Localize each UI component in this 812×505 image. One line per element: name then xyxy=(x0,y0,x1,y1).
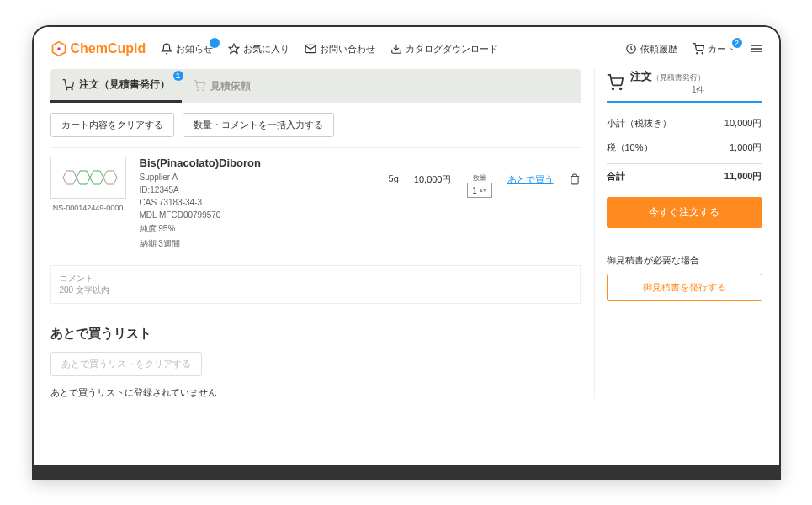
tab-order[interactable]: 注文（見積書発行） 1 xyxy=(50,69,182,103)
product-supplier: Supplier A xyxy=(140,173,375,182)
product-purity: 純度 95% xyxy=(140,223,375,235)
bell-icon xyxy=(161,43,172,55)
nav-contact-label: お問い合わせ xyxy=(320,43,375,56)
qty-stepper[interactable]: 1 ▴▾ xyxy=(467,183,492,198)
clear-later-button[interactable]: あとで買うリストをクリアする xyxy=(50,352,202,376)
svg-marker-11 xyxy=(63,171,77,184)
product-size: 5g xyxy=(389,173,399,183)
svg-point-15 xyxy=(612,88,613,90)
header: ChemCupid お知らせ お気に入り お問い合わせ カタログダウンロード 依… xyxy=(50,40,762,69)
cart-badge: 2 xyxy=(732,38,742,48)
product-cas: CAS 73183-34-3 xyxy=(140,198,375,207)
product-row: NS-000142449-0000 Bis(Pinacolato)Diboron… xyxy=(50,147,581,258)
nav-news[interactable]: お知らせ xyxy=(161,43,213,56)
summary-title: 注文 xyxy=(630,70,652,82)
svg-marker-2 xyxy=(229,44,239,53)
history-icon xyxy=(625,43,637,55)
summary-count: 1件 xyxy=(630,84,705,96)
tabs: 注文（見積書発行） 1 見積依頼 xyxy=(50,69,581,103)
tab-quote-label: 見積依頼 xyxy=(210,79,251,93)
news-badge xyxy=(210,38,220,48)
logo-text: ChemCupid xyxy=(71,41,146,56)
tab-order-label: 注文（見積書発行） xyxy=(79,77,170,92)
subtotal-label: 小計（税抜き） xyxy=(607,117,671,130)
menu-icon[interactable] xyxy=(751,45,762,53)
subtotal-row: 小計（税抜き） 10,000円 xyxy=(607,111,762,136)
svg-marker-14 xyxy=(103,171,117,184)
nav-favorites[interactable]: お気に入り xyxy=(228,43,289,56)
svg-point-10 xyxy=(203,90,204,91)
nav-cart[interactable]: カート 2 xyxy=(693,43,735,56)
product-price: 10,000円 xyxy=(414,173,452,186)
svg-point-1 xyxy=(57,47,60,50)
quote-note: 御見積書が必要な場合 xyxy=(607,254,762,267)
order-now-button[interactable]: 今すぐ注文する xyxy=(607,197,762,228)
comment-label: コメント xyxy=(60,273,571,284)
product-sku: NS-000142449-0000 xyxy=(53,204,124,212)
clear-cart-button[interactable]: カート内容をクリアする xyxy=(50,113,174,137)
issue-quote-button[interactable]: 御見積書を発行する xyxy=(607,274,762,301)
svg-point-9 xyxy=(197,90,198,91)
nav-history[interactable]: 依頼履歴 xyxy=(625,43,677,56)
later-section: あとで買うリスト あとで買うリストをクリアする あとで買うリストに登録されていま… xyxy=(50,326,581,399)
cart-icon xyxy=(693,43,704,55)
tab-quote[interactable]: 見積依頼 xyxy=(182,69,263,103)
nav: お知らせ お気に入り お問い合わせ カタログダウンロード xyxy=(161,43,498,56)
cart-actions: カート内容をクリアする 数量・コメントを一括入力する xyxy=(50,103,581,147)
nav-right: 依頼履歴 カート 2 xyxy=(625,43,762,56)
nav-catalog[interactable]: カタログダウンロード xyxy=(390,43,498,56)
product-id: ID:12345A xyxy=(140,185,375,194)
star-icon xyxy=(228,43,240,55)
cart-icon xyxy=(194,80,205,92)
summary-header: 注文（見積書発行） 1件 xyxy=(607,69,762,103)
total-row: 合計 11,000円 xyxy=(607,163,762,189)
svg-marker-12 xyxy=(77,171,90,184)
tax-label: 税（10%） xyxy=(607,141,653,154)
logo[interactable]: ChemCupid xyxy=(50,40,146,57)
svg-point-8 xyxy=(72,88,72,89)
comment-limit: 200 文字以内 xyxy=(60,284,571,296)
qty-label: 数量 xyxy=(473,173,486,183)
logo-icon xyxy=(50,40,67,57)
cart-icon xyxy=(62,79,74,91)
bulk-input-button[interactable]: 数量・コメントを一括入力する xyxy=(183,113,334,137)
svg-point-5 xyxy=(696,53,697,54)
svg-point-6 xyxy=(702,53,703,54)
quote-section: 御見積書が必要な場合 御見積書を発行する xyxy=(607,242,762,301)
total-label: 合計 xyxy=(607,170,625,183)
nav-contact[interactable]: お問い合わせ xyxy=(305,43,375,56)
nav-cart-label: カート xyxy=(708,43,735,56)
nav-news-label: お知らせ xyxy=(176,43,213,56)
nav-fav-label: お気に入り xyxy=(243,43,289,56)
subtotal-value: 10,000円 xyxy=(724,117,762,130)
product-mdl: MDL MFCD00799570 xyxy=(140,210,375,220)
delete-icon[interactable] xyxy=(569,173,581,185)
nav-catalog-label: カタログダウンロード xyxy=(406,43,498,56)
product-name: Bis(Pinacolato)Diboron xyxy=(140,157,375,169)
tax-row: 税（10%） 1,000円 xyxy=(607,136,762,160)
total-value: 11,000円 xyxy=(724,170,762,183)
mail-icon xyxy=(305,43,316,55)
product-right: 5g 10,000円 数量 1 ▴▾ あとで買う xyxy=(389,157,581,250)
qty-box: 数量 1 ▴▾ xyxy=(467,173,492,198)
later-title: あとで買うリスト xyxy=(50,326,581,342)
comment-box[interactable]: コメント 200 文字以内 xyxy=(50,265,581,304)
later-empty-text: あとで買うリストに登録されていません xyxy=(50,386,581,399)
product-image-col: NS-000142449-0000 xyxy=(50,157,126,250)
molecule-icon xyxy=(55,162,122,193)
summary-panel: 注文（見積書発行） 1件 小計（税抜き） 10,000円 税（10%） 1,00… xyxy=(594,69,762,399)
product-leadtime: 納期 3週間 xyxy=(140,238,375,250)
buy-later-link[interactable]: あとで買う xyxy=(507,173,554,186)
svg-point-7 xyxy=(66,88,66,89)
svg-marker-13 xyxy=(90,171,103,184)
summary-sub: （見積書発行） xyxy=(652,73,705,82)
svg-point-16 xyxy=(619,88,621,90)
nav-history-label: 依頼履歴 xyxy=(640,43,677,56)
product-info: Bis(Pinacolato)Diboron Supplier A ID:123… xyxy=(140,157,375,250)
main-content: 注文（見積書発行） 1 見積依頼 カート内容をクリアする 数量・コメントを一括入… xyxy=(50,69,581,399)
tax-value: 1,000円 xyxy=(730,141,762,154)
molecule-image[interactable] xyxy=(50,157,126,199)
download-icon xyxy=(390,43,402,55)
cart-icon xyxy=(607,74,624,91)
